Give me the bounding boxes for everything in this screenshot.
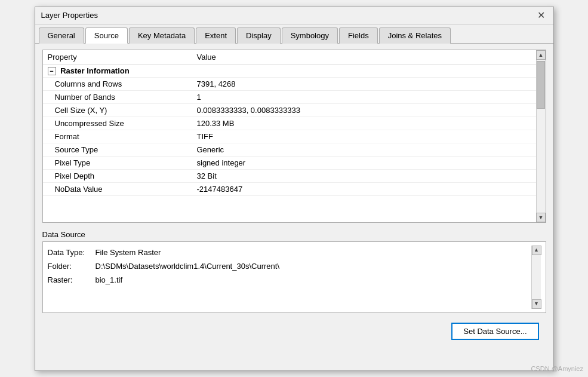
tab-general[interactable]: General xyxy=(39,27,84,44)
ds-key-0: Data Type: xyxy=(48,246,96,259)
section-toggle[interactable]: − xyxy=(48,67,56,75)
section-raster-information: − Raster Information xyxy=(43,64,536,78)
col-value-header: Value xyxy=(192,50,536,65)
table-row: Cell Size (X, Y) 0.0083333333, 0.0083333… xyxy=(43,104,536,117)
table-row: Uncompressed Size 120.33 MB xyxy=(43,117,536,130)
data-source-section: Data Source Data Type: File System Raste… xyxy=(42,229,546,313)
layer-properties-dialog: Layer Properties ✕ General Source Key Me… xyxy=(35,7,554,371)
prop-value-0: 7391, 4268 xyxy=(192,78,536,91)
tab-extent[interactable]: Extent xyxy=(196,27,236,44)
tab-display[interactable]: Display xyxy=(237,27,281,44)
table-row: Source Type Generic xyxy=(43,143,536,157)
scroll-down-button[interactable]: ▼ xyxy=(536,213,546,222)
prop-value-4: TIFF xyxy=(192,130,536,143)
prop-value-7: 32 Bit xyxy=(192,170,536,183)
tab-key-metadata[interactable]: Key Metadata xyxy=(129,27,195,44)
prop-name-7: Pixel Depth xyxy=(43,170,192,183)
prop-value-3: 120.33 MB xyxy=(192,117,536,130)
tab-fields[interactable]: Fields xyxy=(339,27,378,44)
properties-table[interactable]: Property Value − Raster Information xyxy=(43,50,536,222)
tab-symbology[interactable]: Symbology xyxy=(282,27,338,44)
prop-name-4: Format xyxy=(43,130,192,143)
tabs-bar: General Source Key Metadata Extent Displ… xyxy=(35,24,553,44)
prop-name-0: Columns and Rows xyxy=(43,78,192,91)
prop-name-5: Source Type xyxy=(43,143,192,157)
prop-value-1: 1 xyxy=(192,91,536,104)
title-bar: Layer Properties ✕ xyxy=(35,7,553,24)
table-row: Pixel Depth 32 Bit xyxy=(43,170,536,183)
list-item: Raster: bio_1.tif xyxy=(48,273,531,287)
prop-name-8: NoData Value xyxy=(43,183,192,196)
list-item: Data Type: File System Raster xyxy=(48,246,531,259)
scroll-up-button[interactable]: ▲ xyxy=(536,50,546,60)
ds-scroll-down-button[interactable]: ▼ xyxy=(532,299,541,309)
window-title: Layer Properties xyxy=(41,11,98,20)
ds-val-0: File System Raster xyxy=(96,246,161,259)
datasource-scrollbar[interactable]: ▲ ▼ xyxy=(531,246,541,309)
close-button[interactable]: ✕ xyxy=(535,11,547,20)
prop-value-2: 0.0083333333, 0.0083333333 xyxy=(192,104,536,117)
properties-panel: Property Value − Raster Information xyxy=(42,50,546,223)
prop-name-6: Pixel Type xyxy=(43,157,192,170)
data-source-text: Data Type: File System Raster Folder: D:… xyxy=(48,246,531,309)
watermark: CSDN @Amyniez xyxy=(531,365,583,372)
prop-value-8: -2147483647 xyxy=(192,183,536,196)
prop-name-2: Cell Size (X, Y) xyxy=(43,104,192,117)
tab-source[interactable]: Source xyxy=(85,27,128,44)
list-item: Folder: D:\SDMs\Datasets\worldclim1.4\Cu… xyxy=(48,259,531,273)
table-row: NoData Value -2147483647 xyxy=(43,183,536,196)
scroll-thumb[interactable] xyxy=(537,61,545,109)
content-area: Property Value − Raster Information xyxy=(35,44,553,370)
ds-val-2: bio_1.tif xyxy=(96,273,123,287)
table-row: Pixel Type signed integer xyxy=(43,157,536,170)
col-property-header: Property xyxy=(43,50,192,65)
table-row: Number of Bands 1 xyxy=(43,91,536,104)
data-source-panel: Data Type: File System Raster Folder: D:… xyxy=(42,241,546,313)
table-row: Format TIFF xyxy=(43,130,536,143)
section-label: Raster Information xyxy=(60,66,130,75)
ds-scroll-up-button[interactable]: ▲ xyxy=(532,246,541,255)
properties-scrollbar[interactable]: ▲ ▼ xyxy=(536,50,546,222)
prop-name-1: Number of Bands xyxy=(43,91,192,104)
tab-joins-relates[interactable]: Joins & Relates xyxy=(379,27,451,44)
prop-name-3: Uncompressed Size xyxy=(43,117,192,130)
ds-val-1: D:\SDMs\Datasets\worldclim1.4\Current_30… xyxy=(96,259,280,273)
prop-value-6: signed integer xyxy=(192,157,536,170)
table-row: Columns and Rows 7391, 4268 xyxy=(43,78,536,91)
ds-key-2: Raster: xyxy=(48,273,96,287)
prop-value-5: Generic xyxy=(192,143,536,157)
set-data-source-button[interactable]: Set Data Source... xyxy=(451,323,538,340)
data-source-label: Data Source xyxy=(42,229,546,241)
bottom-bar: Set Data Source... xyxy=(42,319,546,345)
ds-key-1: Folder: xyxy=(48,259,96,273)
